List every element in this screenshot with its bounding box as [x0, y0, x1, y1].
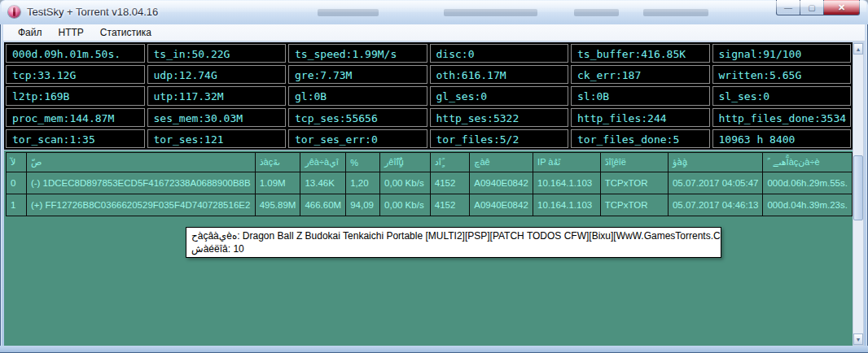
scroll-up-button[interactable]: ▲ — [853, 43, 863, 54]
table-row[interactable]: 0 (-) 1DCEC8D897853ECD5F41672338A0688900… — [7, 172, 853, 194]
stat-cell: tcp_ses:55656 — [288, 108, 427, 127]
stat-cell: ses_mem:30.03M — [147, 108, 287, 127]
table-header-row: ﻵصّذàçىهًرêà÷àيî%رêîًîٌٍüدîًٍچàêIP àنًهٌ… — [7, 153, 853, 172]
menu-item[interactable]: Файл — [10, 25, 50, 40]
tooltip: حàçâàيèه: Dragon Ball Z Budokai Tenkaich… — [186, 227, 721, 258]
tooltip-line-1: حàçâàيèه: Dragon Ball Z Budokai Tenkaich… — [191, 229, 716, 242]
app-window: TestSky + Torrent v18.04.16 — ▢ ✕ ФайлHT… — [0, 0, 868, 353]
cell-elapsed-time[interactable]: 000d.04h.39m.23s. — [763, 194, 853, 216]
cell-date-added[interactable]: 05.07.2017 04:05:47 — [668, 172, 763, 194]
stats-panel: 000d.09h.01m.50s.ts_in:50.22Gts_speed:1.… — [4, 42, 853, 150]
column-header[interactable]: رêîًîٌٍü — [380, 153, 431, 172]
menu-item[interactable]: HTTP — [50, 25, 92, 40]
stat-cell: ts_buffer:416.85K — [571, 44, 710, 63]
cell-ip[interactable]: 10.164.1.103 — [533, 172, 601, 194]
stat-cell: http_files_done:3534 — [712, 108, 852, 127]
cell-speed[interactable]: 0,00 Kb/s — [380, 194, 431, 216]
cell-port[interactable]: 4152 — [430, 172, 469, 194]
torrent-table: ﻵصّذàçىهًرêà÷àيî%رêîًîٌٍüدîًٍچàêIP àنًهٌ… — [6, 152, 853, 216]
cell-size[interactable]: 495.89M — [255, 194, 300, 216]
stat-cell: oth:616.17M — [430, 65, 569, 84]
column-header[interactable]: چàê — [470, 153, 533, 172]
stat-cell: gre:7.73M — [288, 65, 427, 84]
cell-elapsed-time[interactable]: 000d.06h.29m.55s. — [763, 172, 853, 194]
stat-cell: ts_in:50.22G — [147, 44, 287, 63]
minimize-icon: — — [784, 3, 792, 12]
stat-cell: http_ses:5322 — [430, 108, 569, 127]
minimize-button[interactable]: — — [776, 0, 800, 15]
close-icon: ✕ — [838, 2, 845, 13]
table-row[interactable]: 1 (+) FF12726B8C0366620529F035F4D7407285… — [7, 194, 853, 216]
tooltip-line-2: شàéëîâ: 10 — [191, 242, 716, 255]
cell-downloaded[interactable]: 466.60M — [300, 194, 346, 216]
cell-percent[interactable]: 1,20 — [346, 172, 380, 194]
column-header[interactable]: % — [346, 153, 380, 172]
window-frame-bottom — [0, 346, 868, 353]
glass-smudge — [574, 9, 619, 16]
stat-cell: signal:91/100 — [712, 44, 852, 63]
maximize-button[interactable]: ▢ — [800, 0, 823, 15]
column-header[interactable]: آًهىے ﹰàçنà÷è — [763, 153, 853, 172]
scroll-up-icon: ▲ — [856, 46, 861, 52]
stat-cell: proc_mem:144.87M — [6, 108, 145, 127]
stat-cell: tor_files:5/2 — [430, 129, 569, 148]
tooltip-files-label: شàéëîâ: — [191, 243, 230, 255]
stat-cell: ts_speed:1.99M/s — [288, 44, 427, 63]
glass-smudge — [444, 9, 537, 16]
menu-bar: ФайлHTTPСтатистика — [3, 24, 865, 41]
cell-size[interactable]: 1.09M — [255, 172, 300, 194]
cell-percent[interactable]: 94,09 — [346, 194, 380, 216]
cell-date-added[interactable]: 05.07.2017 04:46:13 — [668, 194, 763, 216]
column-header[interactable]: رêà÷àيî — [300, 153, 346, 172]
vertical-scrollbar[interactable]: ▲ ▼ — [853, 42, 864, 346]
cell-peer-id[interactable]: A0940E0842 — [470, 194, 533, 216]
scroll-down-icon: ▼ — [856, 337, 861, 342]
title-bar[interactable]: TestSky + Torrent v18.04.16 — ▢ ✕ — [0, 0, 868, 24]
stat-cell: l2tp:169B — [6, 86, 145, 105]
cell-hash-name[interactable]: (+) FF12726B8C0366620529F035F4D740728516… — [26, 194, 255, 216]
column-header[interactable]: ذàçىهً — [255, 153, 300, 172]
window-title: TestSky + Torrent v18.04.16 — [27, 6, 158, 18]
cell-hash-name[interactable]: (-) 1DCEC8D897853ECD5F41672338A0688900B8… — [26, 172, 255, 194]
close-button[interactable]: ✕ — [823, 0, 860, 15]
stat-cell: written:5.65G — [712, 65, 852, 84]
glass-smudge — [318, 9, 379, 16]
stat-cell: tcp:33.12G — [6, 65, 145, 84]
stat-cell: gl_ses:0 — [430, 86, 569, 105]
column-header[interactable]: IP àنًهٌ — [533, 153, 601, 172]
cell-protocol[interactable]: TCPxTOR — [600, 194, 668, 216]
app-icon — [8, 6, 20, 18]
column-header[interactable]: صّ — [26, 153, 255, 172]
stat-cell: 000d.09h.01m.50s. — [6, 44, 145, 63]
tooltip-name-label: حàçâàيèه: — [191, 230, 240, 242]
cell-index[interactable]: 1 — [7, 194, 27, 216]
scroll-down-button[interactable]: ▼ — [853, 333, 863, 345]
cell-port[interactable]: 4152 — [430, 194, 469, 216]
column-header[interactable]: دîًٍ — [430, 153, 469, 172]
stat-cell: http_files:244 — [571, 108, 710, 127]
stat-cell: sl:0B — [571, 86, 710, 105]
scrollbar-thumb[interactable] — [853, 155, 863, 220]
cell-downloaded[interactable]: 13.46K — [300, 172, 346, 194]
stat-cell: udp:12.74G — [147, 65, 287, 84]
caption-buttons: — ▢ ✕ — [776, 0, 860, 15]
cell-peer-id[interactable]: A0940E0842 — [470, 172, 533, 194]
cell-ip[interactable]: 10.164.1.103 — [533, 194, 601, 216]
stat-cell: 10963 h 8400 — [712, 129, 852, 148]
cell-speed[interactable]: 0,00 Kb/s — [380, 172, 431, 194]
stat-cell: ck_err:187 — [571, 65, 710, 84]
stat-cell: utp:117.32M — [147, 86, 287, 105]
cell-protocol[interactable]: TCPxTOR — [600, 172, 668, 194]
column-header[interactable]: دًîٍîêîë — [600, 153, 668, 172]
stat-cell: gl:0B — [288, 86, 427, 105]
tooltip-name-value: Dragon Ball Z Budokai Tenkaichi Portable… — [243, 230, 721, 242]
stat-cell: tor_files_done:5 — [571, 129, 710, 148]
tooltip-files-value: 10 — [233, 243, 243, 255]
stat-cell: disc:0 — [430, 44, 569, 63]
stat-cell: tor_ses:121 — [147, 129, 287, 148]
glass-smudge — [643, 9, 708, 16]
menu-item[interactable]: Статистика — [92, 25, 160, 40]
cell-index[interactable]: 0 — [7, 172, 27, 194]
column-header[interactable]: ﻵ — [7, 153, 27, 172]
column-header[interactable]: ؤàٍà — [668, 153, 763, 172]
